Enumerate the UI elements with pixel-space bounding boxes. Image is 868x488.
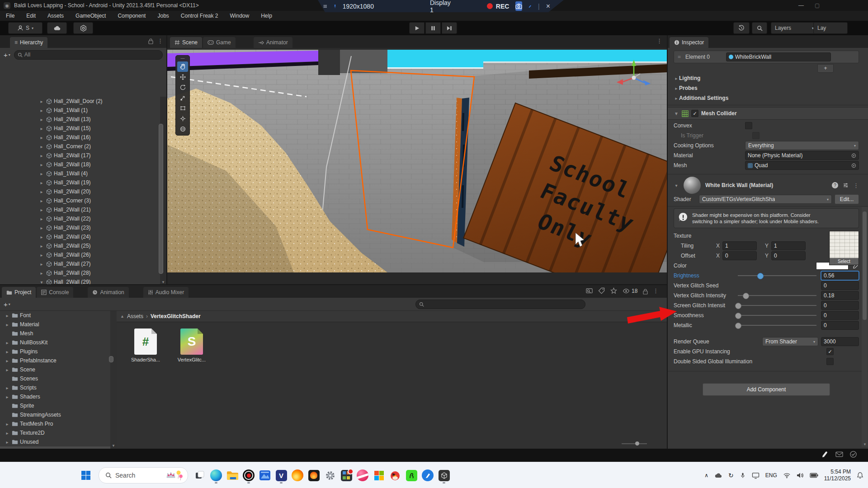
material-header[interactable]: ▾ White Brick Wall (Material) ? ⋮: [674, 176, 859, 194]
foldout-icon[interactable]: ▸: [674, 76, 679, 81]
foldout-icon[interactable]: ▸: [5, 322, 10, 327]
mesh-collider-header[interactable]: ▼ ✓ Mesh Collider: [668, 107, 868, 120]
presets-icon[interactable]: [843, 183, 849, 188]
asset-item-shader[interactable]: S VertexGlitc...: [171, 328, 212, 362]
search-button[interactable]: [752, 22, 767, 34]
hierarchy-item[interactable]: ▸Hall_2Wall (13): [0, 115, 160, 124]
hierarchy-item[interactable]: ▸Hall_2Wall (25): [0, 241, 160, 250]
progress-check-icon[interactable]: [849, 450, 857, 458]
property-slider[interactable]: [738, 305, 816, 306]
foldout-icon[interactable]: ▸: [5, 349, 10, 354]
taskbar-green-game[interactable]: [403, 466, 420, 484]
wifi-icon[interactable]: [783, 472, 791, 479]
property-slider[interactable]: [738, 275, 816, 276]
taskbar-vs-code[interactable]: V: [273, 466, 289, 484]
is-trigger-checkbox[interactable]: [752, 132, 760, 139]
foldout-icon[interactable]: ▸: [39, 216, 44, 221]
rect-tool[interactable]: [177, 103, 188, 113]
add-object-button[interactable]: +▾: [4, 51, 10, 59]
offset-y-field[interactable]: 0: [771, 251, 806, 260]
tab-animation[interactable]: Animation: [88, 287, 128, 298]
add-element-button[interactable]: +: [817, 64, 834, 73]
thumbnail-zoom-slider[interactable]: [622, 443, 647, 444]
foldout-icon[interactable]: ▸: [5, 440, 10, 445]
hierarchy-item[interactable]: ▸Hall_1Wall (4): [0, 169, 160, 178]
offset-x-field[interactable]: 0: [722, 251, 757, 260]
hierarchy-item[interactable]: ▸Hall_2Wall (18): [0, 160, 160, 169]
move-tool[interactable]: [177, 72, 188, 82]
panel-menu-icon[interactable]: ⋮: [653, 287, 659, 294]
object-picker-icon[interactable]: [851, 163, 856, 168]
foldout-icon[interactable]: ▸: [39, 126, 44, 131]
taskbar-recorder[interactable]: [241, 466, 257, 484]
menu-item-control-freak-2[interactable]: Control Freak 2: [175, 13, 224, 19]
property-slider[interactable]: [738, 315, 816, 316]
tab-project[interactable]: Project: [2, 287, 36, 298]
splitter[interactable]: [667, 35, 668, 449]
hierarchy-item[interactable]: ▸Hall_2Wall (20): [0, 187, 160, 196]
pin-icon[interactable]: [334, 2, 336, 10]
project-folder-unused[interactable]: ▸Unused: [0, 437, 110, 446]
hub-button[interactable]: [73, 22, 93, 34]
material-object-field[interactable]: WhiteBrickWall: [726, 52, 831, 61]
tab-inspector[interactable]: Inspector: [670, 37, 708, 48]
project-folder-material[interactable]: ▸Material: [0, 320, 110, 329]
project-folder-prefabinstance[interactable]: ▸PrefabInstance: [0, 356, 110, 365]
help-icon[interactable]: ?: [832, 182, 838, 188]
project-folder-streamingassets[interactable]: StreamingAssets: [0, 410, 110, 419]
tab-scene[interactable]: Scene: [170, 37, 202, 48]
hierarchy-item[interactable]: ▸Hall_Corner (3): [0, 196, 160, 205]
foldout-icon[interactable]: ▸: [39, 99, 44, 104]
property-slider[interactable]: [738, 325, 816, 326]
taskbar-unity-hub[interactable]: [436, 466, 452, 484]
hierarchy-item[interactable]: ▸Hall_Corner (2): [0, 142, 160, 151]
sync-icon[interactable]: ↻: [728, 472, 734, 479]
play-button[interactable]: [409, 22, 425, 34]
menu-item-help[interactable]: Help: [255, 13, 278, 19]
foldout-icon[interactable]: ▸: [5, 394, 10, 399]
hierarchy-item[interactable]: ▸Hall_2Wall_Door (2): [0, 97, 160, 106]
taskbar-bird-game[interactable]: [387, 466, 403, 484]
property-value-field[interactable]: 0.18: [821, 291, 859, 300]
task-view-button[interactable]: [192, 466, 208, 484]
hierarchy-item[interactable]: ▸Hall_2Wall (22): [0, 214, 160, 223]
menu-item-component[interactable]: Component: [112, 13, 151, 19]
project-folder-font[interactable]: ▸Font: [0, 311, 110, 320]
physic-material-field[interactable]: None (Physic Material): [745, 151, 859, 160]
foldout-icon[interactable]: ▸: [39, 225, 44, 230]
tab-game[interactable]: Game: [203, 37, 236, 48]
project-folder-textmesh-pro[interactable]: ▸TextMesh Pro: [0, 419, 110, 428]
account-button[interactable]: S ▾: [8, 22, 42, 34]
panel-menu-icon[interactable]: ⋮: [157, 38, 163, 44]
object-picker-icon[interactable]: [851, 153, 856, 158]
scroll-down-icon[interactable]: ▼: [161, 280, 165, 284]
foldout-icon[interactable]: ▸: [39, 189, 44, 194]
taskbar-file-explorer[interactable]: [224, 466, 241, 484]
taskbar-edge[interactable]: [208, 466, 224, 484]
project-folder-texture2d[interactable]: ▸Texture2D: [0, 428, 110, 437]
console-message-icon[interactable]: [835, 451, 843, 458]
menu-icon[interactable]: [323, 3, 327, 9]
foldout-icon[interactable]: ▸: [5, 313, 10, 318]
gpu-instancing-checkbox[interactable]: ✓: [826, 348, 834, 355]
property-value-field[interactable]: 0: [821, 321, 859, 330]
menu-item-edit[interactable]: Edit: [20, 13, 42, 19]
taskbar-pen-app[interactable]: [420, 466, 436, 484]
hierarchy-item[interactable]: ▸Hall_2Wall (21): [0, 205, 160, 214]
taskbar-search[interactable]: Search: [99, 467, 188, 483]
panel-menu-icon[interactable]: ⋮: [656, 38, 662, 44]
battery-icon[interactable]: [810, 473, 818, 478]
splitter[interactable]: [166, 35, 167, 285]
scene-viewport[interactable]: School Faculty Only —: [167, 50, 667, 285]
project-folder-plugins[interactable]: ▸Plugins: [0, 347, 110, 356]
tag-icon[interactable]: [598, 287, 605, 294]
hierarchy-item[interactable]: ▸Hall_2Wall (16): [0, 133, 160, 142]
foldout-icon[interactable]: ▸: [39, 171, 44, 176]
shader-dropdown[interactable]: Custom/ETGsVertexGlitchSha▾: [699, 195, 832, 204]
foldout-icon[interactable]: ▸: [39, 207, 44, 212]
taskbar-firefox[interactable]: [289, 466, 306, 484]
foldout-icon[interactable]: ▸: [39, 235, 44, 239]
foldout-open-icon[interactable]: ▼: [674, 111, 679, 116]
component-menu-icon[interactable]: ⋮: [853, 182, 859, 189]
hierarchy-item[interactable]: ▸Hall_2Wall (19): [0, 178, 160, 187]
